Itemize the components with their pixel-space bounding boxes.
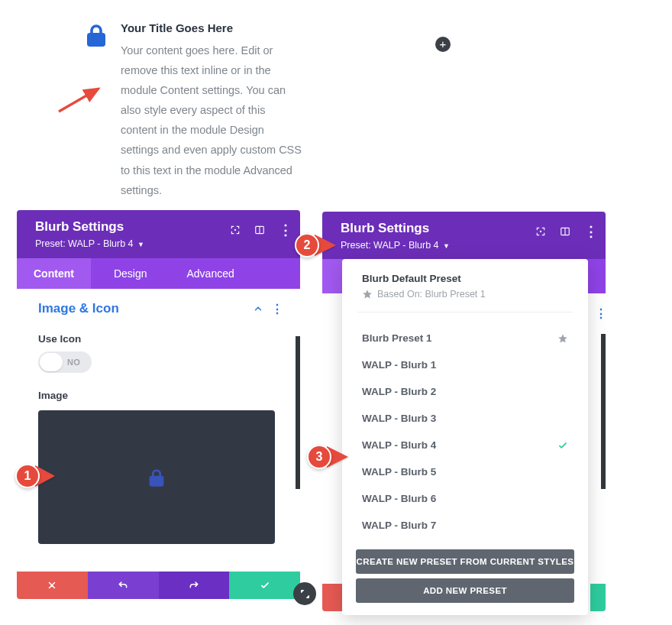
star-icon[interactable] — [557, 333, 568, 344]
blurb-settings-panel-right: Blurb Settings Preset: WALP - Blurb 4 ▼ … — [322, 212, 606, 260]
close-icon — [47, 581, 57, 590]
preset-selector[interactable]: Preset: WALP - Blurb 4 ▼ — [35, 238, 286, 249]
add-module-button[interactable]: + — [435, 37, 451, 52]
divider — [357, 312, 573, 312]
chevron-up-icon[interactable] — [253, 303, 263, 314]
preset-list: Blurb Preset 1WALP - Blurb 1WALP - Blurb… — [342, 325, 588, 539]
svg-point-6 — [540, 231, 541, 232]
preset-item-label: WALP - Blurb 1 — [362, 359, 436, 371]
panel-tabs: Content Design Advanced — [17, 258, 300, 289]
blurb-title[interactable]: Your Title Goes Here — [121, 21, 304, 34]
kebab-menu-icon[interactable]: ⋮ — [279, 222, 292, 238]
use-icon-toggle[interactable]: NO — [38, 351, 92, 373]
svg-rect-5 — [150, 475, 164, 486]
scrollbar-track[interactable] — [296, 336, 300, 489]
cancel-button[interactable] — [17, 572, 88, 599]
panel-body: Image & Icon ⋮ Use Icon NO Image — [17, 289, 300, 552]
blurb-body-text[interactable]: Your content goes here. Edit or remove t… — [121, 40, 304, 200]
chevron-down-icon: ▼ — [137, 241, 144, 248]
preset-item[interactable]: Blurb Preset 1 — [362, 325, 568, 351]
panel-header[interactable]: Blurb Settings Preset: WALP - Blurb 4 ▼ … — [17, 210, 300, 258]
tab-content[interactable]: Content — [17, 258, 91, 289]
svg-rect-0 — [87, 33, 105, 47]
panel-footer — [17, 572, 300, 599]
redo-icon — [188, 579, 200, 591]
kebab-menu-icon[interactable]: ⋮ — [584, 223, 598, 240]
check-icon — [557, 440, 568, 451]
default-preset-title[interactable]: Blurb Default Preset — [362, 273, 568, 284]
focus-icon[interactable] — [535, 226, 546, 237]
scrollbar-track[interactable] — [601, 334, 606, 489]
callout-badge: 2 — [295, 233, 319, 257]
preset-item-label: WALP - Blurb 3 — [362, 413, 436, 424]
preset-item-label: WALP - Blurb 4 — [362, 439, 436, 451]
callout-badge: 1 — [15, 464, 40, 488]
star-icon — [362, 289, 373, 300]
preset-item[interactable]: WALP - Blurb 3 — [362, 405, 568, 432]
based-on-preset: Based On: Blurb Preset 1 — [362, 289, 568, 300]
toggle-knob — [40, 353, 63, 371]
columns-icon[interactable] — [560, 226, 570, 237]
preset-item[interactable]: WALP - Blurb 4 — [362, 432, 568, 458]
tab-advanced[interactable]: Advanced — [170, 258, 250, 289]
blurb-icon-wrap — [82, 21, 110, 49]
preset-item[interactable]: WALP - Blurb 1 — [362, 351, 568, 378]
callout-1: 1 — [15, 464, 55, 488]
preset-dropdown: Blurb Default Preset Based On: Blurb Pre… — [342, 259, 588, 615]
svg-point-2 — [234, 229, 236, 231]
preset-item-label: WALP - Blurb 2 — [362, 386, 436, 397]
preset-label: Preset: WALP - Blurb 4 — [35, 238, 134, 249]
redo-button[interactable] — [159, 572, 230, 599]
callout-3: 3 — [307, 445, 348, 469]
save-button[interactable] — [590, 584, 606, 611]
preset-label: Preset: WALP - Blurb 4 — [341, 240, 439, 251]
preset-item[interactable]: WALP - Blurb 7 — [362, 512, 568, 539]
svg-line-1 — [59, 89, 99, 112]
section-menu-icon[interactable]: ⋮ — [595, 306, 607, 321]
undo-icon — [117, 579, 129, 591]
image-preview[interactable] — [38, 410, 275, 544]
blurb-module-preview[interactable]: Your Title Goes Here Your content goes h… — [82, 21, 304, 200]
cancel-button[interactable] — [322, 584, 342, 611]
tab-design[interactable]: Design — [91, 258, 170, 289]
preset-item-label: WALP - Blurb 7 — [362, 520, 436, 531]
focus-icon[interactable] — [230, 225, 241, 235]
section-title-image-icon[interactable]: Image & Icon — [38, 301, 119, 316]
callout-2: 2 — [295, 233, 336, 257]
create-preset-from-styles-button[interactable]: CREATE NEW PRESET FROM CURRENT STYLES — [356, 549, 574, 574]
tab-content-active-bg — [322, 259, 344, 293]
panel-header[interactable]: Blurb Settings Preset: WALP - Blurb 4 ▼ … — [322, 212, 606, 260]
toggle-state-label: NO — [67, 358, 80, 367]
callout-badge: 3 — [307, 445, 331, 469]
annotation-arrow — [56, 83, 105, 116]
lock-icon — [146, 467, 167, 488]
chevron-down-icon: ▼ — [443, 242, 450, 250]
section-menu-icon[interactable]: ⋮ — [271, 302, 283, 316]
preset-item-label: WALP - Blurb 5 — [362, 466, 436, 478]
preset-item[interactable]: WALP - Blurb 6 — [362, 485, 568, 512]
preset-item-label: Blurb Preset 1 — [362, 332, 432, 344]
blurb-settings-panel-left: Blurb Settings Preset: WALP - Blurb 4 ▼ … — [17, 210, 300, 599]
preset-selector[interactable]: Preset: WALP - Blurb 4 ▼ — [341, 240, 592, 251]
lock-icon — [82, 21, 110, 49]
use-icon-label: Use Icon — [38, 333, 283, 345]
add-new-preset-button[interactable]: ADD NEW PRESET — [356, 578, 574, 603]
preset-item[interactable]: WALP - Blurb 2 — [362, 378, 568, 405]
preset-item[interactable]: WALP - Blurb 5 — [362, 458, 568, 485]
columns-icon[interactable] — [254, 225, 265, 235]
expand-icon — [300, 589, 310, 599]
save-button[interactable] — [229, 572, 300, 599]
expand-button[interactable] — [293, 582, 316, 605]
check-icon — [260, 580, 270, 591]
image-field-label: Image — [38, 390, 283, 401]
based-on-label: Based On: Blurb Preset 1 — [377, 289, 486, 300]
undo-button[interactable] — [88, 572, 159, 599]
preset-item-label: WALP - Blurb 6 — [362, 493, 436, 504]
